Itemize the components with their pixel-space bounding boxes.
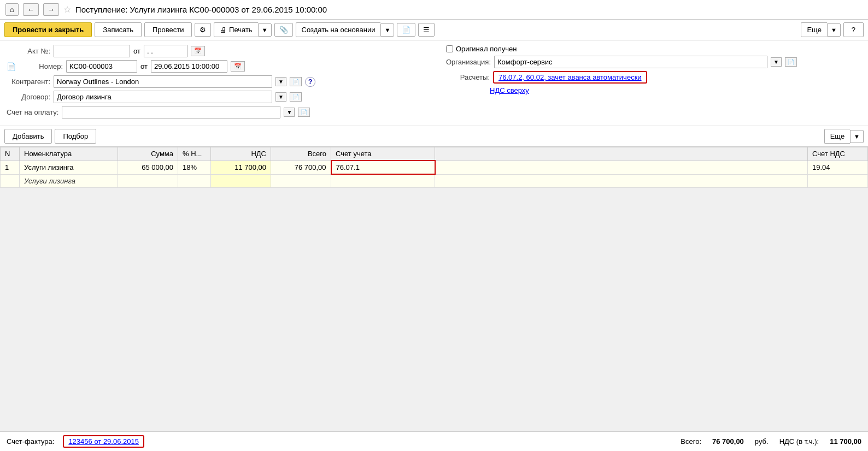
toolbar: Провести и закрыть Записать Провести ⚙ 🖨… (0, 20, 868, 40)
col-header-schet: Счет учета (331, 147, 435, 161)
more-button[interactable]: Еще (801, 22, 826, 37)
akt-input[interactable] (54, 45, 130, 57)
cell-pct[interactable]: 18% (178, 161, 211, 174)
sub-cell-schetnds (808, 174, 868, 187)
more-split-button: Еще ▼ (801, 22, 840, 37)
schet-oplatu-open[interactable]: 📄 (298, 108, 310, 117)
cell-sum[interactable]: 65 000,00 (118, 161, 178, 174)
list-icon: ☰ (423, 26, 430, 34)
kontragent-label: Контрагент: (7, 78, 50, 86)
col-header-nds: НДС (211, 147, 271, 161)
nds-sverhu-link[interactable]: НДС сверху (490, 86, 529, 94)
col-header-n: N (1, 147, 20, 161)
nds-sverhu-row: НДС сверху (446, 86, 861, 94)
home-button[interactable]: ⌂ (5, 3, 19, 16)
podbor-button[interactable]: Подбор (55, 129, 96, 144)
cell-n: 1 (1, 161, 20, 174)
post-button[interactable]: Провести (144, 22, 192, 37)
favorite-icon[interactable]: ☆ (63, 4, 71, 15)
org-dropdown[interactable]: ▼ (771, 57, 782, 67)
create-based-arrow-button[interactable]: ▼ (380, 23, 394, 37)
cell-nom[interactable]: Услуги лизинга (20, 161, 118, 174)
dogovor-input[interactable] (54, 91, 272, 103)
more-arrow-button[interactable]: ▼ (827, 23, 841, 37)
schet-oplatu-input[interactable] (62, 106, 280, 118)
settings-icon: ⚙ (200, 26, 206, 34)
akt-row: Акт №: от 📅 (7, 45, 435, 57)
raschety-row: Расчеты: 76.07.2, 60.02, зачет аванса ав… (446, 71, 861, 84)
doc-icon-button1[interactable]: 📄 (397, 23, 415, 37)
sub-more-arrow-button[interactable]: ▼ (850, 130, 864, 143)
nomer-label: Номер: (19, 62, 63, 70)
kontragent-input[interactable] (54, 75, 272, 88)
sub-cell-extra (435, 174, 808, 187)
kontragent-dropdown[interactable]: ▼ (275, 77, 286, 86)
original-label: Оригинал получен (456, 45, 517, 53)
settings-icon-button[interactable]: ⚙ (195, 23, 211, 37)
print-arrow-button[interactable]: ▼ (258, 23, 272, 37)
cell-nds[interactable]: 11 700,00 (211, 161, 271, 174)
doc-icon: 📄 (7, 62, 16, 71)
create-based-button[interactable]: Создать на основании (296, 22, 381, 37)
dogovor-label: Договор: (7, 93, 50, 101)
add-button[interactable]: Добавить (4, 129, 52, 144)
printer-icon: 🖨 (220, 26, 227, 34)
akt-date-input[interactable] (144, 45, 187, 57)
org-row: Организация: ▼ 📄 (446, 56, 861, 68)
post-close-button[interactable]: Провести и закрыть (4, 22, 92, 37)
sub-cell-nom: Услуги лизинга (20, 174, 118, 187)
table-area: N Номенклатура Сумма % Н... НДС Всего Сч… (0, 147, 868, 188)
table-row: 1 Услуги лизинга 65 000,00 18% 11 700,00… (1, 161, 868, 174)
cell-schetnds[interactable]: 19.04 (808, 161, 868, 174)
col-header-schetnds: Счет НДС (808, 147, 868, 161)
dogovor-row: Договор: ▼ 📄 (7, 91, 435, 103)
save-button[interactable]: Записать (95, 22, 142, 37)
help-button[interactable]: ? (843, 22, 864, 37)
raschety-box: 76.07.2, 60.02, зачет аванса автоматичес… (493, 71, 647, 84)
org-open[interactable]: 📄 (785, 57, 797, 67)
sub-more-button[interactable]: Еще (824, 129, 850, 144)
items-table: N Номенклатура Сумма % Н... НДС Всего Сч… (0, 147, 868, 188)
original-checkbox[interactable] (446, 45, 453, 52)
col-header-sum: Сумма (118, 147, 178, 161)
nomer-input[interactable] (66, 60, 137, 73)
dogovor-open[interactable]: 📄 (290, 92, 302, 102)
original-row: Оригинал получен (446, 45, 861, 53)
cell-extra (435, 161, 808, 174)
schet-oplatu-dropdown[interactable]: ▼ (284, 108, 295, 117)
schet-oplatu-label: Счет на оплату: (7, 108, 58, 116)
attach-button[interactable]: 📎 (274, 23, 293, 37)
akt-label: Акт №: (7, 47, 50, 55)
paperclip-icon: 📎 (279, 26, 288, 34)
document-icon1: 📄 (402, 26, 410, 34)
dogovor-dropdown[interactable]: ▼ (275, 92, 286, 102)
raschety-link[interactable]: 76.07.2, 60.02, зачет аванса автоматичес… (498, 73, 642, 81)
akt-from-label: от (133, 47, 140, 55)
cell-schet[interactable]: 76.07.1 (331, 161, 435, 174)
org-input[interactable] (494, 56, 767, 68)
print-button[interactable]: 🖨 Печать (214, 22, 257, 37)
col-header-pct: % Н... (178, 147, 211, 161)
cell-vsego[interactable]: 76 700,00 (271, 161, 331, 174)
nomer-date-input[interactable] (151, 60, 227, 73)
col-header-extra (435, 147, 808, 161)
kontragent-help[interactable]: ? (305, 77, 315, 87)
sub-cell-n (1, 174, 20, 187)
create-based-split-button: Создать на основании ▼ (296, 22, 395, 37)
kontragent-open[interactable]: 📄 (290, 77, 302, 86)
nomer-date-picker[interactable]: 📅 (231, 61, 245, 72)
back-button[interactable]: ← (23, 3, 39, 16)
forward-button[interactable]: → (43, 3, 59, 16)
kontragent-row: Контрагент: ▼ 📄 ? (7, 75, 435, 88)
sub-cell-vsego (271, 174, 331, 187)
nomer-from-label: от (140, 62, 148, 70)
sub-cell-nds (211, 174, 271, 187)
sub-toolbar: Добавить Подбор Еще ▼ (0, 126, 868, 147)
nomer-row: 📄 Номер: от 📅 (7, 60, 435, 73)
sub-cell-sum (118, 174, 178, 187)
sub-more-split-button: Еще ▼ (824, 129, 864, 144)
print-split-button: 🖨 Печать ▼ (214, 22, 271, 37)
akt-date-picker[interactable]: 📅 (191, 46, 205, 56)
org-label: Организация: (446, 58, 491, 66)
doc-icon-button2[interactable]: ☰ (418, 23, 435, 37)
